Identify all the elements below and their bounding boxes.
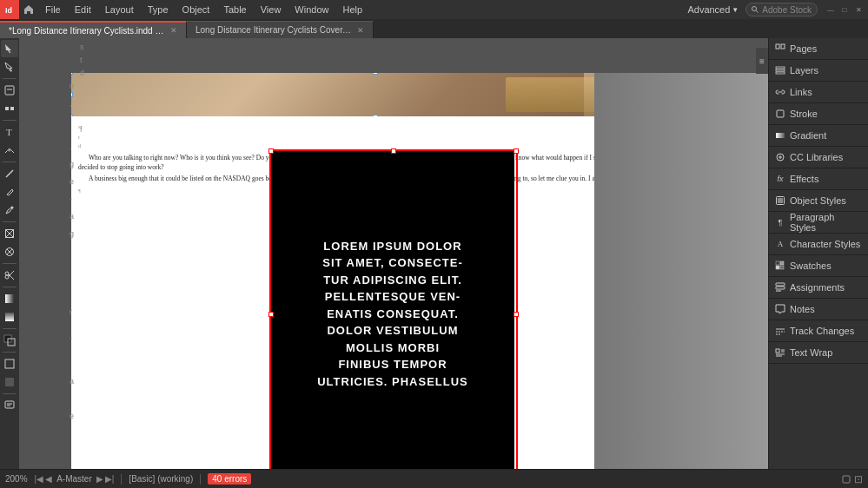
svg-rect-57 bbox=[843, 476, 850, 483]
home-icon[interactable] bbox=[19, 0, 38, 19]
scissors-tool[interactable] bbox=[1, 267, 18, 284]
canvas-area[interactable]: s t d Who are you talking to right now? … bbox=[19, 38, 768, 469]
panel-text-wrap-header[interactable]: Text Wrap bbox=[769, 342, 868, 363]
svg-point-19 bbox=[5, 275, 9, 279]
panel-links-header[interactable]: Links bbox=[769, 82, 868, 102]
page-indicator: s bbox=[80, 43, 84, 51]
panel-effects-header[interactable]: fx Effects bbox=[769, 168, 868, 189]
page-navigation: |◀ ◀ A-Master ▶ ▶| bbox=[35, 474, 115, 484]
right-panel: ≡ Pages Layers bbox=[768, 38, 868, 469]
svg-rect-4 bbox=[5, 86, 14, 95]
page-text-left: t bbox=[80, 56, 83, 64]
status-right: ⊡ bbox=[842, 473, 863, 485]
track-changes-icon bbox=[774, 325, 786, 337]
gradient-feather-tool[interactable] bbox=[1, 308, 18, 326]
panel-text-wrap: Text Wrap bbox=[769, 342, 868, 364]
status-separator-2 bbox=[200, 474, 201, 485]
first-page-button[interactable]: |◀ bbox=[35, 474, 44, 484]
line-tool[interactable] bbox=[1, 165, 18, 182]
panel-character-styles-header[interactable]: A Character Styles bbox=[769, 234, 868, 254]
preview-mode[interactable] bbox=[1, 373, 18, 391]
menu-table[interactable]: Table bbox=[216, 0, 253, 19]
rectangle-tool[interactable] bbox=[1, 225, 18, 242]
svg-rect-44 bbox=[776, 266, 779, 269]
col-char-a: a bbox=[70, 212, 74, 221]
select-tool[interactable] bbox=[1, 40, 18, 57]
color-fill[interactable] bbox=[1, 332, 18, 349]
ellipse-tool[interactable] bbox=[1, 243, 18, 260]
tab-close-2[interactable]: ✕ bbox=[357, 26, 364, 35]
direct-select-tool[interactable] bbox=[1, 58, 18, 76]
search-bar[interactable]: Adobe Stock bbox=[745, 3, 818, 16]
panel-object-styles-header[interactable]: Object Styles bbox=[769, 190, 868, 211]
black-text-frame[interactable]: LOREM IPSUM DOLOR SIT AMET, CONSECTE- TU… bbox=[271, 151, 514, 469]
notes-tool[interactable] bbox=[1, 397, 18, 414]
tab-close-1[interactable]: ✕ bbox=[170, 26, 177, 35]
svg-rect-36 bbox=[776, 72, 785, 74]
svg-rect-28 bbox=[5, 378, 14, 386]
panel-track-changes-header[interactable]: Track Changes bbox=[769, 320, 868, 341]
pen-tool[interactable] bbox=[1, 183, 18, 201]
text-tool[interactable]: T bbox=[1, 123, 18, 141]
workspace-selector[interactable]: Advanced ▼ bbox=[687, 4, 739, 15]
fit-page-icon bbox=[842, 475, 851, 484]
minimize-button[interactable]: — bbox=[825, 3, 837, 16]
panel-layers-header[interactable]: Layers bbox=[769, 60, 868, 81]
prev-page-button[interactable]: ◀ bbox=[45, 474, 52, 484]
panel-pages-header[interactable]: Pages bbox=[769, 38, 868, 59]
menu-items: File Edit Layout Type Object Table View … bbox=[38, 0, 687, 19]
tab-document-1[interactable]: *Long Distance Itinerary Cyclists.indd @… bbox=[0, 21, 187, 38]
menu-help[interactable]: Help bbox=[335, 0, 369, 19]
expand-icon[interactable]: ⊡ bbox=[854, 473, 863, 485]
gap-tool[interactable] bbox=[1, 100, 18, 117]
status-separator-1 bbox=[121, 474, 122, 485]
menu-window[interactable]: Window bbox=[288, 0, 335, 19]
panel-assignments-header[interactable]: Assignments bbox=[769, 277, 868, 298]
svg-line-10 bbox=[6, 170, 13, 177]
tab-document-2[interactable]: Long Distance Itinerary Cyclists Cover.i… bbox=[187, 21, 374, 38]
panel-swatches-header[interactable]: Swatches bbox=[769, 255, 868, 276]
page-image bbox=[71, 73, 679, 116]
pencil-tool[interactable] bbox=[1, 201, 18, 219]
panel-layers: Layers bbox=[769, 60, 868, 82]
toolbar-separator-8 bbox=[3, 352, 17, 353]
swatches-icon bbox=[774, 260, 786, 272]
panel-stroke-header[interactable]: Stroke bbox=[769, 103, 868, 124]
page-tool[interactable] bbox=[1, 82, 18, 99]
svg-text:Id: Id bbox=[5, 6, 12, 15]
menu-file[interactable]: File bbox=[38, 0, 68, 19]
menu-view[interactable]: View bbox=[254, 0, 288, 19]
toolbar-separator-5 bbox=[3, 263, 17, 264]
text-wrap-icon bbox=[774, 346, 786, 359]
cc-libraries-icon bbox=[774, 151, 786, 163]
next-page-button[interactable]: ▶ bbox=[96, 474, 103, 484]
tab-bar: *Long Distance Itinerary Cyclists.indd @… bbox=[0, 19, 868, 38]
error-badge[interactable]: 40 errors bbox=[208, 473, 251, 485]
left-toolbar: T T bbox=[0, 38, 19, 469]
panel-paragraph-styles-header[interactable]: ¶ Paragraph Styles bbox=[769, 212, 868, 233]
col-char-n: n bbox=[70, 82, 74, 90]
panel-notes-header[interactable]: Notes bbox=[769, 299, 868, 320]
svg-rect-35 bbox=[776, 69, 785, 71]
menu-object[interactable]: Object bbox=[176, 0, 217, 19]
svg-rect-41 bbox=[778, 198, 783, 203]
menu-type[interactable]: Type bbox=[141, 0, 176, 19]
panel-cc-libraries-header[interactable]: CC Libraries bbox=[769, 147, 868, 168]
menu-layout[interactable]: Layout bbox=[98, 0, 141, 19]
close-button[interactable]: ✕ bbox=[852, 3, 865, 16]
toolbar-separator-6 bbox=[3, 287, 17, 287]
menu-edit[interactable]: Edit bbox=[68, 0, 98, 19]
svg-rect-29 bbox=[5, 401, 14, 408]
type-path-tool[interactable]: T bbox=[1, 142, 18, 159]
maximize-button[interactable]: □ bbox=[838, 3, 851, 16]
gradient-swatch-tool[interactable] bbox=[1, 290, 18, 307]
svg-rect-43 bbox=[780, 261, 784, 265]
normal-mode[interactable] bbox=[1, 355, 18, 373]
col-char-e: e bbox=[70, 177, 74, 186]
svg-point-11 bbox=[11, 207, 14, 209]
assignments-icon bbox=[774, 281, 786, 293]
svg-rect-42 bbox=[776, 261, 779, 265]
panel-gradient-header[interactable]: Gradient bbox=[769, 125, 868, 146]
last-page-button[interactable]: ▶| bbox=[105, 474, 115, 484]
zoom-display: 200% bbox=[5, 474, 28, 484]
